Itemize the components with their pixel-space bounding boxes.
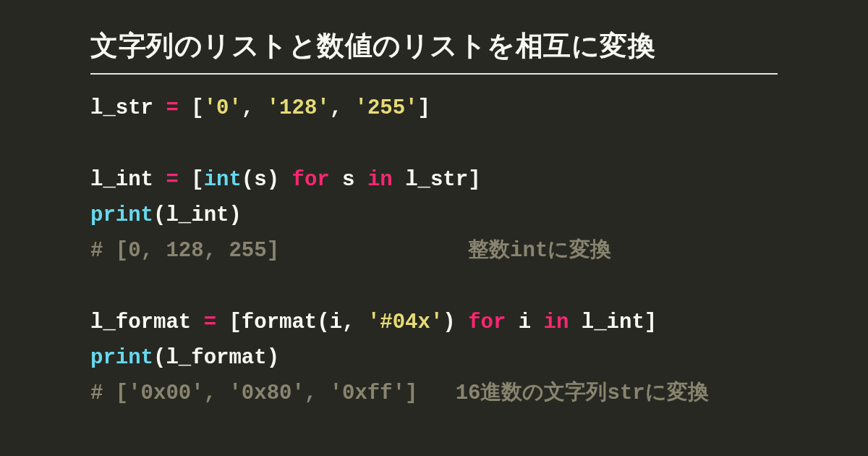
- tok: ,: [330, 96, 355, 120]
- tok: (l_format): [153, 346, 279, 370]
- tok: ): [443, 311, 468, 334]
- tok: int: [204, 168, 242, 192]
- tok: print: [90, 346, 153, 370]
- tok: [format(i,: [216, 311, 367, 334]
- tok: [: [179, 96, 204, 120]
- tok: '0': [204, 96, 242, 120]
- tok: =: [204, 311, 216, 334]
- tok: l_format: [90, 311, 204, 334]
- tok: s: [330, 168, 367, 192]
- tok: l_int: [90, 168, 166, 192]
- tok-comment: # [0, 128, 255] 整数intに変換: [90, 239, 611, 263]
- tok: in: [544, 311, 569, 334]
- tok: in: [367, 168, 393, 192]
- code-line-1: l_str = ['0', '128', '255']: [90, 96, 430, 120]
- code-line-7: # ['0x00', '0x80', '0xff'] 16進数の文字列strに変…: [90, 381, 709, 405]
- page-title: 文字列のリストと数値のリストを相互に変換: [90, 28, 778, 75]
- code-line-4: # [0, 128, 255] 整数intに変換: [90, 239, 611, 263]
- tok: print: [90, 203, 153, 227]
- code-line-5: l_format = [format(i, '#04x') for i in l…: [90, 311, 657, 334]
- tok: (s): [242, 168, 292, 192]
- slide-container: 文字列のリストと数値のリストを相互に変換 l_str = ['0', '128'…: [0, 0, 868, 412]
- tok: '#04x': [367, 311, 443, 334]
- tok: for: [292, 168, 329, 192]
- tok: =: [166, 168, 178, 192]
- tok: [: [179, 168, 204, 192]
- code-block: l_str = ['0', '128', '255'] l_int = [int…: [90, 90, 778, 412]
- tok: =: [166, 96, 178, 120]
- tok: ,: [242, 96, 267, 120]
- tok: l_int]: [569, 311, 657, 334]
- tok: for: [468, 311, 506, 334]
- tok: l_str: [90, 96, 166, 120]
- tok: i: [506, 311, 543, 334]
- tok: '128': [267, 96, 330, 120]
- tok: '255': [355, 96, 418, 120]
- code-line-3: print(l_int): [90, 203, 242, 227]
- code-line-2: l_int = [int(s) for s in l_str]: [90, 168, 481, 192]
- tok-comment: # ['0x00', '0x80', '0xff'] 16進数の文字列strに変…: [90, 381, 709, 405]
- tok: ]: [418, 96, 430, 120]
- code-line-6: print(l_format): [90, 346, 279, 370]
- tok: l_str]: [393, 168, 481, 192]
- tok: (l_int): [153, 203, 242, 227]
